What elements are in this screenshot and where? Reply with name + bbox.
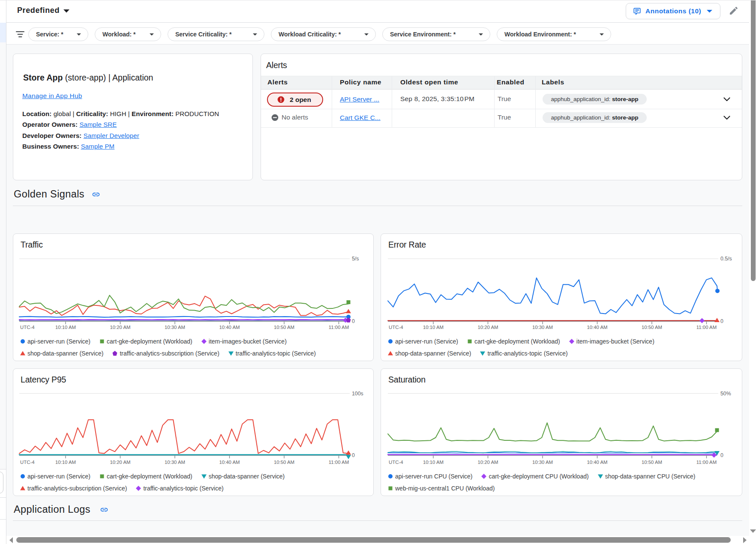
svg-text:10:10 AM: 10:10 AM [423, 325, 444, 330]
svg-text:10:50 AM: 10:50 AM [642, 460, 662, 465]
svg-text:10:40 AM: 10:40 AM [587, 325, 607, 330]
svg-text:10:20 AM: 10:20 AM [477, 460, 498, 465]
svg-text:UTC-4: UTC-4 [389, 325, 403, 330]
svg-text:11:00 AM: 11:00 AM [696, 325, 717, 330]
svg-text:10:40 AM: 10:40 AM [219, 325, 240, 330]
svg-text:11:00 AM: 11:00 AM [696, 460, 717, 465]
svg-text:5/s: 5/s [352, 256, 359, 262]
svg-text:11:00 AM: 11:00 AM [329, 460, 349, 465]
svg-text:10:50 AM: 10:50 AM [642, 325, 662, 330]
svg-text:UTC-4: UTC-4 [20, 325, 35, 330]
svg-text:11:00 AM: 11:00 AM [329, 325, 349, 330]
svg-text:10:30 AM: 10:30 AM [532, 325, 553, 330]
svg-text:10:10 AM: 10:10 AM [55, 460, 76, 465]
svg-text:0: 0 [352, 318, 355, 324]
svg-text:UTC-4: UTC-4 [389, 460, 403, 465]
svg-text:10:10 AM: 10:10 AM [55, 325, 76, 330]
svg-text:10:40 AM: 10:40 AM [219, 460, 240, 465]
svg-text:10:20 AM: 10:20 AM [477, 325, 498, 330]
svg-text:UTC-4: UTC-4 [20, 460, 35, 465]
svg-text:10:40 AM: 10:40 AM [587, 460, 607, 465]
svg-text:0: 0 [720, 318, 723, 324]
svg-text:10:30 AM: 10:30 AM [165, 460, 185, 465]
svg-text:10:20 AM: 10:20 AM [110, 460, 130, 465]
svg-text:10:20 AM: 10:20 AM [110, 325, 130, 330]
svg-text:0: 0 [352, 452, 355, 458]
svg-text:100s: 100s [352, 391, 363, 397]
svg-text:10:30 AM: 10:30 AM [165, 325, 185, 330]
svg-text:0: 0 [720, 452, 723, 458]
svg-text:10:50 AM: 10:50 AM [274, 460, 294, 465]
svg-text:10:30 AM: 10:30 AM [532, 460, 553, 465]
svg-text:10:50 AM: 10:50 AM [274, 325, 294, 330]
svg-text:10:10 AM: 10:10 AM [423, 460, 444, 465]
svg-text:0.5/s: 0.5/s [720, 256, 732, 262]
svg-text:50%: 50% [720, 391, 731, 397]
